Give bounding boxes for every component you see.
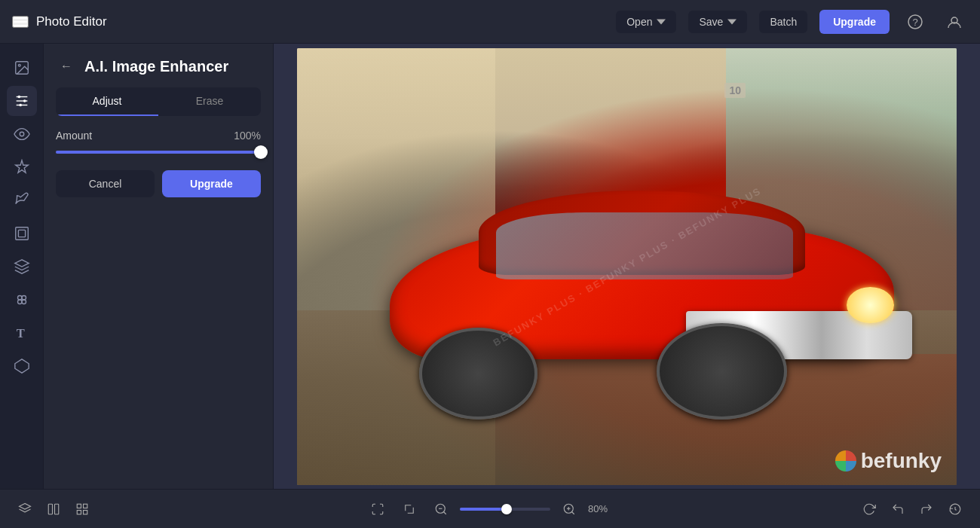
sidebar-item-text[interactable]: T [7,318,37,348]
photo-icon [14,60,30,76]
svg-point-10 [19,104,22,107]
open-button[interactable]: Open [616,11,676,33]
zoom-in-icon [562,502,576,516]
svg-text:?: ? [912,17,917,28]
svg-point-8 [17,96,20,99]
chevron-down-icon [727,17,737,26]
grid-icon [75,502,89,516]
svg-point-15 [17,296,22,301]
canvas-image: BEFUNKY PLUS · BEFUNKY PLUS · BEFUNKY PL… [297,48,957,485]
amount-slider[interactable] [56,151,261,154]
svg-line-29 [443,511,446,514]
svg-marker-20 [14,359,28,373]
logo-area: Photo Editor [12,14,107,29]
chevron-down-icon [657,17,666,26]
menu-button[interactable] [12,16,29,28]
svg-point-18 [22,300,26,304]
eye-icon [14,126,30,142]
sliders-icon [14,93,30,109]
panel-actions: Cancel Upgrade [56,170,261,197]
svg-rect-12 [15,227,28,240]
sidebar-item-retouch[interactable] [7,185,37,215]
svg-rect-25 [84,504,87,508]
refresh-icon [862,502,876,516]
zoom-fill [460,508,507,511]
crop-icon [403,502,416,516]
refresh-button[interactable] [856,496,882,522]
upgrade-panel-button[interactable]: Upgrade [162,170,261,197]
sidebar-item-graphics[interactable] [7,351,37,381]
compare-button[interactable] [41,496,66,522]
upgrade-header-button[interactable]: Upgrade [819,10,890,34]
building-number: 10 [724,83,746,98]
svg-marker-14 [14,260,28,267]
svg-point-11 [20,132,24,136]
redo-icon [920,502,933,516]
tab-erase[interactable]: Erase [158,87,261,116]
account-button[interactable] [941,8,968,35]
svg-rect-27 [84,510,87,514]
slider-fill [56,151,261,154]
sidebar-item-photos[interactable] [7,53,37,83]
text-icon: T [14,325,30,341]
canvas-area: BEFUNKY PLUS · BEFUNKY PLUS · BEFUNKY PL… [274,44,980,489]
sidebar-item-effects[interactable] [7,152,37,182]
svg-rect-26 [77,510,81,514]
zoom-slider[interactable] [460,508,550,511]
befunky-logo: befunky [835,449,942,473]
zoom-thumb[interactable] [501,504,512,514]
account-icon [947,14,962,29]
zoom-out-icon [434,502,448,516]
undo-icon [891,502,905,516]
main-area: T ← A.I. Image Enhancer Adjust Erase Amo… [0,44,980,489]
fit-button[interactable] [365,496,390,522]
cancel-button[interactable]: Cancel [56,170,155,197]
undo-button[interactable] [885,496,911,522]
svg-rect-22 [48,504,52,514]
grid-button[interactable] [69,496,95,522]
slider-thumb[interactable] [254,145,268,159]
layers-icon [18,502,32,516]
tab-adjust[interactable]: Adjust [56,87,158,116]
slider-label: Amount [56,130,92,142]
zoom-value: 80% [588,503,615,514]
svg-marker-21 [20,503,31,509]
sidebar-item-overlays[interactable] [7,252,37,282]
sidebar: T [0,44,44,489]
sparkle-icon [14,159,30,175]
frame-icon [14,225,30,242]
history-button[interactable] [942,496,968,522]
crop-fit-button[interactable] [397,496,422,522]
help-button[interactable]: ? [902,8,929,35]
graphics-icon [14,358,30,374]
back-button[interactable]: ← [56,56,77,77]
svg-line-32 [571,511,574,514]
sidebar-item-frames[interactable] [7,218,37,249]
header: Photo Editor Open Save Batch Upgrade ? [0,0,980,44]
layers-button[interactable] [12,496,38,522]
ai-enhancer-panel: ← A.I. Image Enhancer Adjust Erase Amoun… [44,44,274,489]
layers-icon [14,258,30,275]
zoom-out-button[interactable] [428,496,454,522]
toolbar-left [12,496,95,522]
svg-point-16 [22,296,26,301]
help-icon: ? [908,14,923,29]
svg-rect-13 [18,230,25,237]
svg-point-17 [17,300,22,304]
panel-header: ← A.I. Image Enhancer [56,56,261,77]
history-icon [948,502,962,516]
sidebar-item-adjustments[interactable] [7,86,37,116]
toolbar-center: 80% [365,496,615,522]
sidebar-item-stickers[interactable] [7,285,37,315]
save-button[interactable]: Save [688,11,747,33]
amount-slider-section: Amount 100% [56,127,261,157]
sidebar-item-view[interactable] [7,119,37,149]
slider-value: 100% [234,130,261,142]
zoom-in-button[interactable] [556,496,582,522]
bottom-toolbar: 80% [0,489,980,528]
batch-button[interactable]: Batch [759,11,807,33]
svg-rect-24 [77,504,81,508]
redo-button[interactable] [914,496,939,522]
svg-point-9 [23,99,26,102]
fit-icon [371,502,384,516]
